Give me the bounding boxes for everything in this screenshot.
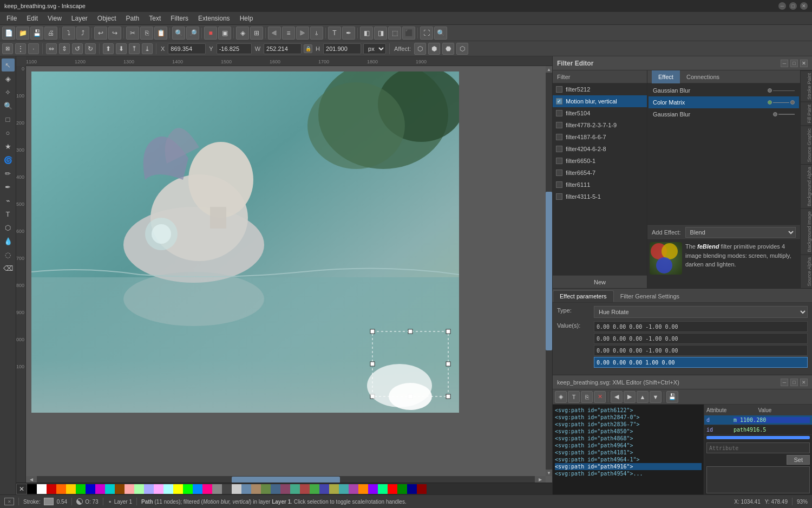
scroll-up-arrow[interactable]: ▲: [546, 66, 552, 73]
affect1[interactable]: ⬡: [414, 43, 426, 55]
color-steelblue[interactable]: [241, 484, 251, 494]
text-tool[interactable]: T: [2, 207, 15, 220]
filter-item-5104[interactable]: filter5104: [553, 107, 647, 119]
node-button[interactable]: ◈: [236, 27, 249, 40]
xml-node-4850[interactable]: <svg:path id="path4850">: [555, 428, 702, 435]
scroll-track[interactable]: [546, 73, 552, 470]
color-mauve[interactable]: [280, 484, 290, 494]
color-hotpink[interactable]: [202, 484, 212, 494]
filter-item-4778[interactable]: filter4778-2-3-7-1-9: [553, 119, 647, 131]
color-brown[interactable]: [115, 484, 125, 494]
xml-attr-input[interactable]: [706, 442, 810, 453]
menu-help[interactable]: Help: [235, 14, 258, 23]
hscroll-thumb[interactable]: [232, 477, 340, 483]
view-option1[interactable]: ◧: [360, 27, 373, 40]
xml-save-node[interactable]: 💾: [666, 391, 678, 403]
menu-view[interactable]: View: [43, 14, 66, 23]
text-tool-button[interactable]: T: [328, 27, 341, 40]
minimize-button[interactable]: ─: [778, 2, 786, 10]
xml-indent[interactable]: ▶: [624, 391, 636, 403]
rect-tool[interactable]: □: [2, 113, 15, 126]
cut-button[interactable]: ✂: [126, 27, 139, 40]
align-right-button[interactable]: ⫸: [296, 27, 309, 40]
color-slateblue[interactable]: [271, 484, 280, 494]
stroke-swatch[interactable]: [44, 498, 54, 505]
color-navy[interactable]: [407, 484, 417, 494]
color-blue[interactable]: [86, 484, 95, 494]
color-purple[interactable]: [95, 484, 105, 494]
xml-new-element[interactable]: ◈: [555, 391, 567, 403]
stroke-button[interactable]: ▣: [218, 27, 231, 40]
xml-duplicate[interactable]: ⎘: [581, 391, 593, 403]
hscroll-right[interactable]: ▶: [535, 476, 546, 483]
menu-path[interactable]: Path: [122, 14, 144, 23]
xml-node-4868[interactable]: <svg:path id="path4868">: [555, 435, 702, 442]
vertical-scrollbar[interactable]: ▲ ▼: [546, 66, 552, 476]
value-row-2[interactable]: 0.00 0.00 0.00 -1.00 0.00: [594, 333, 808, 344]
lower-button[interactable]: ⬇: [116, 43, 127, 54]
effect-tab[interactable]: Effect: [652, 70, 680, 83]
circle-tool[interactable]: ○: [2, 126, 15, 139]
new-button[interactable]: 📄: [2, 27, 15, 40]
menu-file[interactable]: File: [2, 14, 21, 23]
star-tool[interactable]: ★: [2, 140, 15, 153]
zoom-tool[interactable]: 🔍: [2, 99, 15, 112]
xml-delete[interactable]: ✕: [594, 391, 606, 403]
canvas-container[interactable]: ▲ ▼ ◀ ▶: [26, 66, 552, 483]
distribute-button[interactable]: ⫰: [310, 27, 323, 40]
filter-item-5212[interactable]: filter5212: [553, 83, 647, 95]
open-button[interactable]: 📁: [16, 27, 29, 40]
calligraph-tool[interactable]: ⌁: [2, 194, 15, 207]
pen-tool[interactable]: ✒: [2, 180, 15, 193]
snap-toggle2[interactable]: ·: [28, 43, 39, 54]
xml-node-2847[interactable]: <svg:path id="path2847-0">: [555, 414, 702, 421]
color-darkblue[interactable]: [319, 484, 329, 494]
color-darkgray[interactable]: [222, 484, 232, 494]
hscroll-track[interactable]: [37, 476, 535, 483]
xml-node-6122[interactable]: <svg:path id="path6122">: [555, 407, 702, 414]
color-brightgreen[interactable]: [183, 484, 193, 494]
color-darkred[interactable]: [300, 484, 310, 494]
xml-node-4954[interactable]: <svg:path id="path4954">...: [555, 470, 702, 477]
select-toggle[interactable]: ⊠: [2, 43, 13, 54]
color-forestgreen[interactable]: [397, 484, 407, 494]
color-orange[interactable]: [56, 484, 66, 494]
effect-color-matrix[interactable]: Color Matrix: [649, 96, 799, 108]
export-button[interactable]: ⤴: [76, 27, 89, 40]
filter-item-6111[interactable]: filter6111: [553, 179, 647, 191]
spiral-tool[interactable]: 🌀: [2, 153, 15, 166]
hscroll-left[interactable]: ◀: [26, 476, 37, 483]
menu-layer[interactable]: Layer: [67, 14, 92, 23]
lock-aspect[interactable]: 🔒: [304, 44, 312, 53]
add-effect-select[interactable]: Blend ColorMatrix GaussianBlur: [685, 227, 796, 238]
color-amber[interactable]: [358, 484, 368, 494]
menu-extensions[interactable]: Extensions: [194, 14, 234, 23]
filter-check-4204[interactable]: [556, 146, 562, 152]
view-option2[interactable]: ◨: [374, 27, 387, 40]
xml-node-2836[interactable]: <svg:path id="path2836-7">: [555, 421, 702, 428]
fullscreen-button[interactable]: ⛶: [420, 27, 433, 40]
xml-value-textarea[interactable]: [706, 466, 810, 493]
fe-close[interactable]: ✕: [800, 60, 808, 67]
type-select[interactable]: Hue Rotate Saturate LuminanceToAlpha Mat…: [594, 306, 808, 318]
attr-row-id[interactable]: id path4916.5: [704, 425, 812, 435]
flip-h[interactable]: ⇔: [46, 43, 57, 54]
raise-button[interactable]: ⬆: [103, 43, 114, 54]
tweak-tool[interactable]: ✧: [2, 86, 15, 99]
color-springgreen[interactable]: [378, 484, 388, 494]
dropper-tool[interactable]: 💧: [2, 235, 15, 248]
affect2[interactable]: ⬢: [428, 43, 440, 55]
view-option4[interactable]: ⬛: [402, 27, 415, 40]
no-color-button[interactable]: ✕: [16, 484, 27, 494]
eraser-tool[interactable]: ⌫: [2, 262, 15, 275]
fill-swatch[interactable]: ✕: [4, 498, 14, 505]
color-brightblue[interactable]: [193, 484, 202, 494]
gradient-tool[interactable]: ⬡: [2, 221, 15, 234]
rotate-cw[interactable]: ↻: [85, 43, 96, 54]
zoom-out-button[interactable]: 🔎: [186, 27, 199, 40]
filter-check-5212[interactable]: [556, 86, 562, 93]
effect-gaussian-blur-2[interactable]: Gaussian Blur: [649, 108, 799, 120]
color-lightpurple[interactable]: [154, 484, 163, 494]
color-black[interactable]: [27, 484, 37, 494]
xml-node-4964-1[interactable]: <svg:path id="path4964-1">: [555, 456, 702, 463]
